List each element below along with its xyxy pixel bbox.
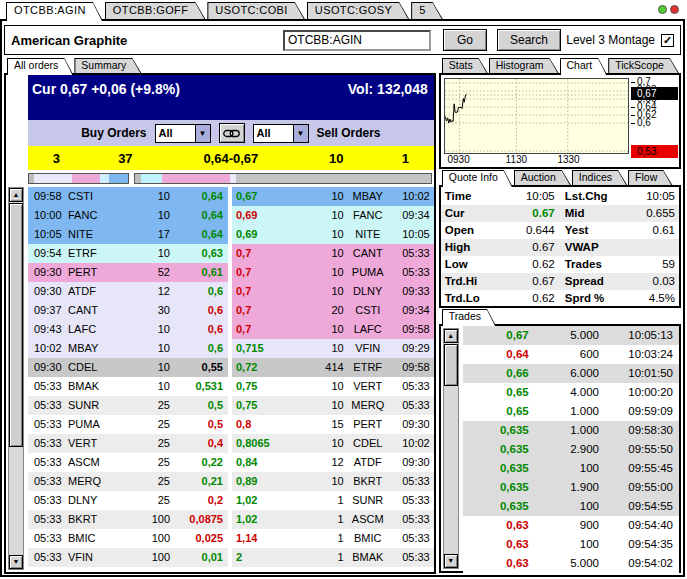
ask-row[interactable]: 0,710CANT05:33 bbox=[232, 244, 434, 263]
bid-row[interactable]: 05:33VERT250,4 bbox=[28, 434, 228, 453]
ask-row[interactable]: 0,6910FANC09:34 bbox=[232, 206, 434, 225]
go-button[interactable]: Go bbox=[443, 29, 487, 51]
ask-row[interactable]: 0,6710MBAY10:02 bbox=[232, 187, 434, 206]
bid-row[interactable]: 05:33BMIC1000,025 bbox=[28, 529, 228, 548]
ask-size: 10 bbox=[294, 396, 344, 415]
scroll-up-icon[interactable]: ▲ bbox=[444, 329, 458, 343]
buy-filter-select[interactable]: All ▼ bbox=[155, 124, 211, 143]
bid-row[interactable]: 10:00FANC100,64 bbox=[28, 206, 228, 225]
trade-row[interactable]: 0,666.00010:01:50 bbox=[463, 364, 679, 383]
quote-tab-quote-info[interactable]: Quote Info bbox=[442, 170, 513, 187]
quote-field-label: Open bbox=[441, 222, 497, 239]
ask-row[interactable]: 0,710PUMA05:33 bbox=[232, 263, 434, 282]
trade-row[interactable]: 0,6460010:03:24 bbox=[463, 345, 679, 364]
depth-segment bbox=[109, 174, 128, 183]
ask-row[interactable]: 0,8910BKRT05:33 bbox=[232, 472, 434, 491]
ask-row[interactable]: 21BMAK05:33 bbox=[232, 548, 434, 567]
ask-row[interactable]: 0,815PERT09:30 bbox=[232, 415, 434, 434]
bid-row[interactable]: 05:33VFIN1000,01 bbox=[28, 548, 228, 567]
analysis-tab-chart[interactable]: Chart bbox=[560, 58, 608, 75]
orders-tab-all-orders[interactable]: All orders bbox=[7, 58, 73, 75]
symbol-tab-usotc-gosy[interactable]: USOTC:GOSY bbox=[307, 2, 409, 19]
ask-price: 0,75 bbox=[232, 377, 294, 396]
scroll-down-icon[interactable]: ▼ bbox=[444, 554, 458, 568]
trades-tabs: Trades bbox=[439, 308, 681, 324]
trades-table: 0,675.00010:05:130,6460010:03:240,666.00… bbox=[463, 326, 679, 573]
ask-row[interactable]: 0,8412ATDF09:30 bbox=[232, 453, 434, 472]
scroll-up-icon[interactable]: ▲ bbox=[9, 188, 23, 202]
bid-row[interactable]: 09:54ETRF100,63 bbox=[28, 244, 228, 263]
ask-row[interactable]: 0,7510MERQ05:33 bbox=[232, 396, 434, 415]
trade-row[interactable]: 0,654.00010:00:20 bbox=[463, 383, 679, 402]
ask-row[interactable]: 1,021SUNR05:33 bbox=[232, 491, 434, 510]
ask-row[interactable]: 0,710DLNY09:33 bbox=[232, 282, 434, 301]
order-book-scrollbar[interactable]: ▲ ▼ bbox=[8, 187, 24, 570]
bid-row[interactable]: 10:02MBAY100,6 bbox=[28, 339, 228, 358]
ask-row[interactable]: 0,71510VFIN09:29 bbox=[232, 339, 434, 358]
bid-row[interactable]: 09:58CSTI100,64 bbox=[28, 187, 228, 206]
chevron-down-icon[interactable]: ▼ bbox=[195, 125, 210, 142]
scroll-down-icon[interactable]: ▼ bbox=[9, 555, 23, 569]
analysis-tab-stats[interactable]: Stats bbox=[442, 58, 488, 73]
bid-row[interactable]: 09:30ATDF120,6 bbox=[28, 282, 228, 301]
trade-row[interactable]: 0,6351.00009:58:30 bbox=[463, 421, 679, 440]
tick-mark bbox=[631, 82, 635, 83]
bid-row[interactable]: 09:30PERT520,61 bbox=[28, 263, 228, 282]
quote-tab-auction[interactable]: Auction bbox=[514, 170, 571, 185]
quote-tab-flow[interactable]: Flow bbox=[628, 170, 672, 185]
ask-row[interactable]: 0,7510VERT05:33 bbox=[232, 377, 434, 396]
tab-trades[interactable]: Trades bbox=[442, 309, 496, 326]
trade-row[interactable]: 0,635.00009:54:02 bbox=[463, 554, 679, 573]
trade-size: 100 bbox=[529, 497, 599, 516]
orders-tab-summary[interactable]: Summary bbox=[74, 58, 141, 73]
quote-field-value bbox=[617, 239, 679, 256]
ask-market-maker: ETRF bbox=[344, 358, 392, 377]
trade-row[interactable]: 0,6310009:54:35 bbox=[463, 535, 679, 554]
trade-row[interactable]: 0,63510009:55:45 bbox=[463, 459, 679, 478]
bid-row[interactable]: 05:33SUNR250,5 bbox=[28, 396, 228, 415]
trade-row[interactable]: 0,651.00009:59:09 bbox=[463, 402, 679, 421]
link-filters-button[interactable] bbox=[219, 123, 245, 143]
bid-row[interactable]: 09:43LAFC100,6 bbox=[28, 320, 228, 339]
chevron-down-icon[interactable]: ▼ bbox=[293, 125, 308, 142]
analysis-tab-tickscope[interactable]: TickScope bbox=[608, 58, 679, 73]
trades-scrollbar[interactable]: ▲ ▼ bbox=[443, 328, 459, 569]
ask-row[interactable]: 0,72414ETRF09:58 bbox=[232, 358, 434, 377]
bid-row[interactable]: 10:05NITE170,64 bbox=[28, 225, 228, 244]
ask-row[interactable]: 0,710LAFC09:58 bbox=[232, 320, 434, 339]
analysis-tab-histogram[interactable]: Histogram bbox=[489, 58, 559, 73]
bid-row[interactable]: 05:33PUMA250,5 bbox=[28, 415, 228, 434]
bid-row[interactable]: 05:33MERQ250,21 bbox=[28, 472, 228, 491]
trade-row[interactable]: 0,6390009:54:40 bbox=[463, 516, 679, 535]
trade-row[interactable]: 0,63510009:54:55 bbox=[463, 497, 679, 516]
search-button[interactable]: Search bbox=[497, 29, 561, 51]
quote-tab-indices[interactable]: Indices bbox=[572, 170, 627, 185]
bid-row[interactable]: 05:33ASCM250,22 bbox=[28, 453, 228, 472]
symbol-tab-otcbb-agin[interactable]: OTCBB:AGIN bbox=[6, 2, 103, 21]
bid-row[interactable]: 09:30CDEL100,55 bbox=[28, 358, 228, 377]
trade-size: 900 bbox=[529, 516, 599, 535]
ask-row[interactable]: 0,720CSTI09:34 bbox=[232, 301, 434, 320]
trade-row[interactable]: 0,6351.90009:55:00 bbox=[463, 478, 679, 497]
level3-montage-checkbox[interactable]: ✓ bbox=[661, 34, 674, 47]
bid-row[interactable]: 05:33DLNY250,2 bbox=[28, 491, 228, 510]
symbol-tab-otcbb-goff[interactable]: OTCBB:GOFF bbox=[105, 2, 206, 19]
scrollbar-thumb[interactable] bbox=[444, 344, 458, 386]
symbol-tab-5[interactable]: 5 bbox=[411, 2, 443, 19]
ask-row[interactable]: 1,021ASCM05:33 bbox=[232, 510, 434, 529]
ask-row[interactable]: 0,6910NITE10:05 bbox=[232, 225, 434, 244]
symbol-tab-usotc-cobi[interactable]: USOTC:COBI bbox=[207, 2, 304, 19]
sell-filter-select[interactable]: All ▼ bbox=[253, 124, 309, 143]
bid-row[interactable]: 05:33BMAK100,531 bbox=[28, 377, 228, 396]
ask-size: 15 bbox=[294, 415, 344, 434]
order-book-row: 05:33PUMA250,50,815PERT09:30 bbox=[28, 415, 434, 434]
scrollbar-thumb[interactable] bbox=[9, 203, 23, 447]
trade-row[interactable]: 0,6352.90009:55:50 bbox=[463, 440, 679, 459]
ask-row[interactable]: 1,141BMIC05:33 bbox=[232, 529, 434, 548]
trade-row[interactable]: 0,675.00010:05:13 bbox=[463, 326, 679, 345]
bid-row[interactable]: 09:37CANT300,6 bbox=[28, 301, 228, 320]
bid-row[interactable]: 05:33BKRT1000,0875 bbox=[28, 510, 228, 529]
ask-row[interactable]: 0,806510CDEL10:02 bbox=[232, 434, 434, 453]
trade-size: 2.900 bbox=[529, 440, 599, 459]
symbol-input[interactable] bbox=[283, 30, 431, 51]
